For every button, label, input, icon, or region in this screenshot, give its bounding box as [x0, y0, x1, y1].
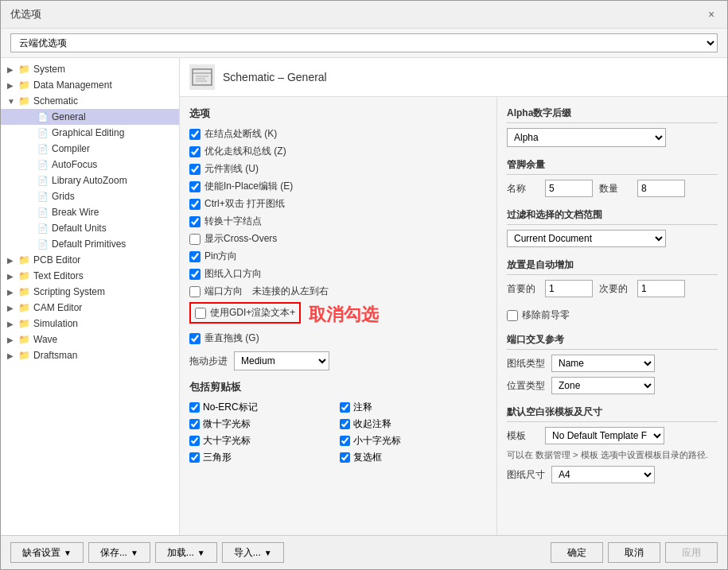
micro-cross-checkbox[interactable] — [189, 419, 200, 429]
cb3-checkbox[interactable] — [189, 164, 200, 175]
cb7-checkbox[interactable] — [189, 234, 200, 245]
close-button[interactable]: × — [705, 8, 718, 21]
sidebar-item-default-primitives[interactable]: 📄 Default Primitives — [1, 236, 179, 252]
collect-annotation-checkbox[interactable] — [340, 419, 350, 429]
paper-size-select[interactable]: A4 A3 A2 Letter — [551, 466, 655, 483]
annotation-checkbox[interactable] — [340, 402, 350, 413]
checkbox-row-3[interactable]: 元件割线 (U) — [189, 162, 487, 176]
sidebar-item-schematic[interactable]: ▼ 📁 Schematic — [1, 93, 179, 109]
doc-icon: 📄 — [37, 160, 49, 170]
checkbox-row-9[interactable]: 图纸入口方向 — [189, 267, 487, 281]
checkbox-row-1[interactable]: 在结点处断线 (K) — [189, 127, 487, 141]
clip-triangle[interactable]: 三角形 — [189, 451, 337, 464]
alpha-section-title: Alpha数字后缀 — [507, 107, 718, 123]
cb5-checkbox[interactable] — [189, 199, 200, 210]
drag-select[interactable]: Medium Slow Fast — [234, 351, 329, 370]
remove-zero-checkbox[interactable] — [507, 310, 518, 321]
clip-small-cross[interactable]: 小十字光标 — [340, 434, 487, 448]
sidebar-item-autofocus[interactable]: 📄 AutoFocus — [1, 157, 179, 173]
checkbox-row-7[interactable]: 显示Cross-Overs — [189, 232, 487, 246]
place-section: 放置是自动增加 首要的 次要的 — [507, 258, 718, 297]
large-cross-label: 大十字光标 — [203, 434, 251, 448]
pin-name-input[interactable] — [545, 180, 593, 197]
collect-annotation-label: 收起注释 — [353, 417, 391, 431]
filter-section-title: 过滤和选择的文档范围 — [507, 208, 718, 225]
remove-zero-row[interactable]: 移除前导零 — [507, 308, 718, 322]
sidebar-item-cam-editor[interactable]: ▶ 📁 CAM Editor — [1, 300, 179, 316]
clip-no-erc[interactable]: No-ERC标记 — [189, 401, 337, 414]
cb6-label: 转换十字结点 — [204, 215, 262, 228]
cb2-checkbox[interactable] — [189, 146, 200, 157]
clip-annotation[interactable]: 注释 — [340, 401, 487, 414]
sidebar-item-label: AutoFocus — [52, 159, 97, 170]
checkbox-row-5[interactable]: Ctrl+双击 打开图纸 — [189, 197, 487, 211]
sidebar-item-draftsman[interactable]: ▶ 📁 Draftsman — [1, 347, 179, 363]
sidebar-item-system[interactable]: ▶ 📁 System — [1, 61, 179, 77]
sidebar-item-library-autozoom[interactable]: 📄 Library AutoZoom — [1, 173, 179, 188]
place-primary-input[interactable] — [545, 280, 593, 297]
load-button[interactable]: 加载... ▼ — [155, 542, 217, 563]
no-erc-checkbox[interactable] — [189, 402, 200, 413]
save-button[interactable]: 保存... ▼ — [88, 542, 150, 563]
sidebar-item-simulation[interactable]: ▶ 📁 Simulation — [1, 316, 179, 332]
triangle-checkbox[interactable] — [189, 452, 200, 463]
gdi-checkbox[interactable] — [195, 308, 206, 319]
small-cross-label: 小十字光标 — [353, 434, 401, 448]
clip-large-cross[interactable]: 大十字光标 — [189, 434, 337, 448]
small-cross-checkbox[interactable] — [340, 436, 350, 446]
pin-count-input[interactable] — [637, 180, 685, 197]
folder-icon: 📁 — [18, 79, 30, 91]
schematic-icon — [189, 64, 215, 90]
template-select[interactable]: No Default Template File — [545, 427, 664, 444]
paper-size-label: 图纸尺寸 — [507, 468, 545, 482]
default-button[interactable]: 缺省设置 ▼ — [10, 542, 84, 563]
sidebar-item-data-management[interactable]: ▶ 📁 Data Management — [1, 77, 179, 93]
checkbox-item-checkbox[interactable] — [340, 452, 350, 463]
checkbox-row-4[interactable]: 使能In-Place编辑 (E) — [189, 180, 487, 193]
cb6-checkbox[interactable] — [189, 216, 200, 227]
checkbox-row-10[interactable]: 端口方向 — [189, 285, 243, 298]
checkbox-row-8[interactable]: Pin方向 — [189, 250, 487, 263]
pin-section-title: 管脚余量 — [507, 158, 718, 175]
cb1-checkbox[interactable] — [189, 129, 200, 140]
doc-icon: 📄 — [37, 144, 49, 154]
sidebar-item-default-units[interactable]: 📄 Default Units — [1, 220, 179, 236]
place-secondary-input[interactable] — [637, 280, 685, 297]
ok-button[interactable]: 确定 — [551, 542, 603, 563]
sidebar-item-label: Wave — [33, 334, 57, 345]
cb4-checkbox[interactable] — [189, 181, 200, 192]
import-button[interactable]: 导入... ▼ — [222, 542, 284, 563]
sidebar-item-scripting-system[interactable]: ▶ 📁 Scripting System — [1, 284, 179, 300]
sidebar-item-text-editors[interactable]: ▶ 📁 Text Editors — [1, 268, 179, 284]
sidebar-item-compiler[interactable]: 📄 Compiler — [1, 141, 179, 157]
expand-icon: ▶ — [7, 65, 17, 74]
checkbox-row-vertical[interactable]: 垂直拖拽 (G) — [189, 332, 487, 345]
checkbox-row-6[interactable]: 转换十字结点 — [189, 215, 487, 228]
cb10-checkbox[interactable] — [189, 286, 200, 297]
clip-micro-cross[interactable]: 微十字光标 — [189, 417, 337, 431]
sidebar-item-wave[interactable]: ▶ 📁 Wave — [1, 332, 179, 347]
pos-type-select[interactable]: Zone Location — [551, 377, 655, 394]
sidebar-item-graphical-editing[interactable]: 📄 Graphical Editing — [1, 125, 179, 141]
default-arrow-icon: ▼ — [64, 549, 72, 557]
cb7-label: 显示Cross-Overs — [204, 232, 277, 246]
clip-collect-annotation[interactable]: 收起注释 — [340, 417, 487, 431]
cb8-checkbox[interactable] — [189, 251, 200, 262]
cb11-checkbox[interactable] — [189, 333, 200, 344]
cloud-select[interactable]: 云端优选项 — [10, 33, 718, 52]
cb9-checkbox[interactable] — [189, 269, 200, 280]
sidebar-item-break-wire[interactable]: 📄 Break Wire — [1, 204, 179, 220]
filter-select[interactable]: Current Document All Documents — [507, 230, 666, 247]
clip-checkbox-item[interactable]: 复选框 — [340, 451, 487, 464]
sidebar-item-label: PCB Editor — [33, 254, 80, 266]
alpha-select[interactable]: Alpha Numeric — [507, 128, 666, 147]
sidebar-item-general[interactable]: 📄 General — [1, 109, 179, 125]
checkbox-row-2[interactable]: 优化走线和总线 (Z) — [189, 145, 487, 158]
chart-type-select[interactable]: Name Number — [551, 355, 655, 372]
apply-button[interactable]: 应用 — [665, 542, 718, 563]
sidebar-item-grids[interactable]: 📄 Grids — [1, 188, 179, 204]
large-cross-checkbox[interactable] — [189, 436, 200, 446]
sidebar-item-pcb-editor[interactable]: ▶ 📁 PCB Editor — [1, 252, 179, 268]
expand-icon: ▶ — [7, 256, 17, 265]
cancel-button[interactable]: 取消 — [608, 542, 660, 563]
